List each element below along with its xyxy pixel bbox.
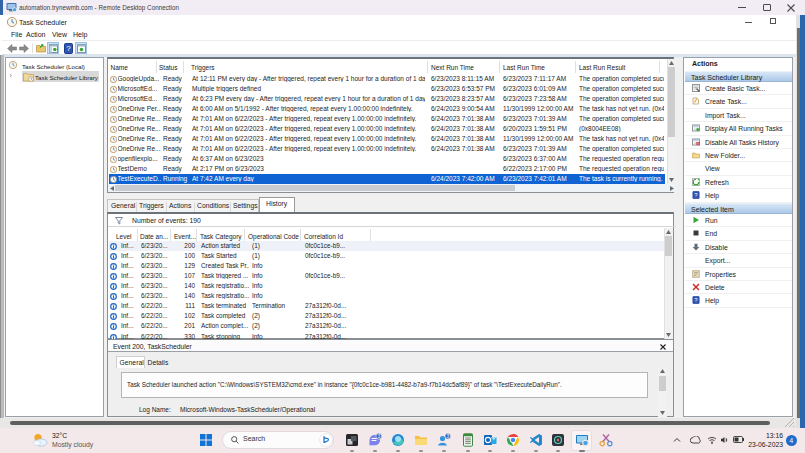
svg-text:3: 3: [446, 434, 449, 439]
svg-text:3: 3: [377, 434, 380, 439]
svg-text:?: ?: [66, 44, 71, 53]
